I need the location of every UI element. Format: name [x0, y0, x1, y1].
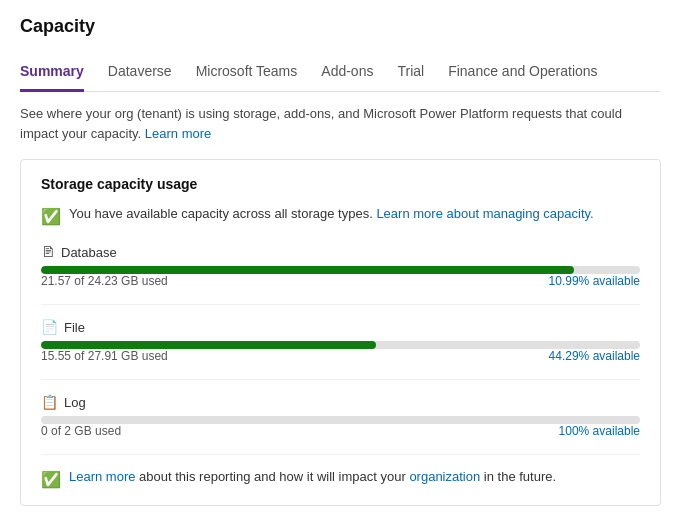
tabs-nav: Summary Dataverse Microsoft Teams Add-on…	[20, 55, 661, 92]
tab-dataverse[interactable]: Dataverse	[108, 55, 172, 92]
check-circle-footer-icon: ✅	[41, 470, 61, 489]
page-description: See where your org (tenant) is using sto…	[20, 104, 661, 143]
managing-capacity-link[interactable]: Learn more about managing capacity.	[376, 206, 593, 221]
tab-add-ons[interactable]: Add-ons	[321, 55, 373, 92]
database-stats: 21.57 of 24.23 GB used 10.99% available	[41, 274, 640, 288]
log-icon: 📋	[41, 394, 58, 410]
database-used: 21.57 of 24.23 GB used	[41, 274, 168, 288]
tab-microsoft-teams[interactable]: Microsoft Teams	[196, 55, 298, 92]
log-label: 📋 Log	[41, 394, 640, 410]
file-icon: 📄	[41, 319, 58, 335]
tab-finance-operations[interactable]: Finance and Operations	[448, 55, 597, 92]
storage-card-title: Storage capacity usage	[41, 176, 640, 192]
footer-org-link[interactable]: organization	[409, 469, 480, 484]
log-used: 0 of 2 GB used	[41, 424, 121, 438]
page-title: Capacity	[20, 16, 661, 37]
file-section: 📄 File 15.55 of 27.91 GB used 44.29% ava…	[41, 319, 640, 363]
footer-notice-text: Learn more about this reporting and how …	[69, 469, 556, 484]
tab-summary[interactable]: Summary	[20, 55, 84, 92]
log-progress-bar	[41, 416, 640, 424]
database-progress-bar	[41, 266, 640, 274]
database-section: 🖹 Database 21.57 of 24.23 GB used 10.99%…	[41, 244, 640, 288]
database-label: 🖹 Database	[41, 244, 640, 260]
storage-capacity-card: Storage capacity usage ✅ You have availa…	[20, 159, 661, 506]
log-available: 100% available	[559, 424, 640, 438]
database-available: 10.99% available	[549, 274, 640, 288]
footer-learn-more-link[interactable]: Learn more	[69, 469, 135, 484]
learn-more-link[interactable]: Learn more	[145, 126, 211, 141]
file-stats: 15.55 of 27.91 GB used 44.29% available	[41, 349, 640, 363]
footer-notice: ✅ Learn more about this reporting and ho…	[41, 469, 640, 489]
file-progress-bar	[41, 341, 640, 349]
file-used: 15.55 of 27.91 GB used	[41, 349, 168, 363]
check-circle-icon: ✅	[41, 207, 61, 226]
database-icon: 🖹	[41, 244, 55, 260]
file-available: 44.29% available	[549, 349, 640, 363]
tab-trial[interactable]: Trial	[397, 55, 424, 92]
notice-text: You have available capacity across all s…	[69, 206, 594, 221]
capacity-notice: ✅ You have available capacity across all…	[41, 206, 640, 226]
file-label: 📄 File	[41, 319, 640, 335]
log-stats: 0 of 2 GB used 100% available	[41, 424, 640, 438]
log-section: 📋 Log 0 of 2 GB used 100% available	[41, 394, 640, 438]
